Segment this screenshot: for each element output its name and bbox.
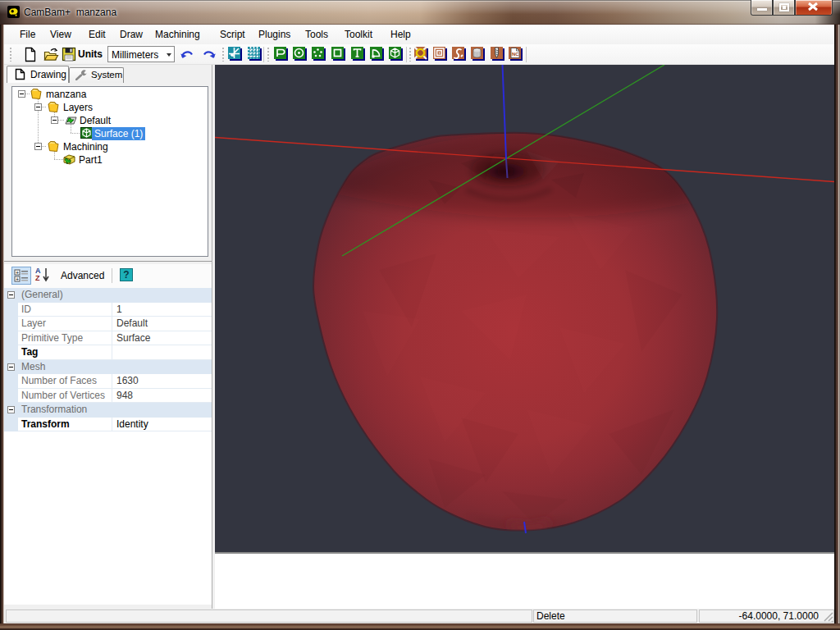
svg-text:+: + [16, 270, 19, 276]
svg-text:+: + [16, 276, 19, 282]
svg-text:NC: NC [512, 52, 519, 57]
